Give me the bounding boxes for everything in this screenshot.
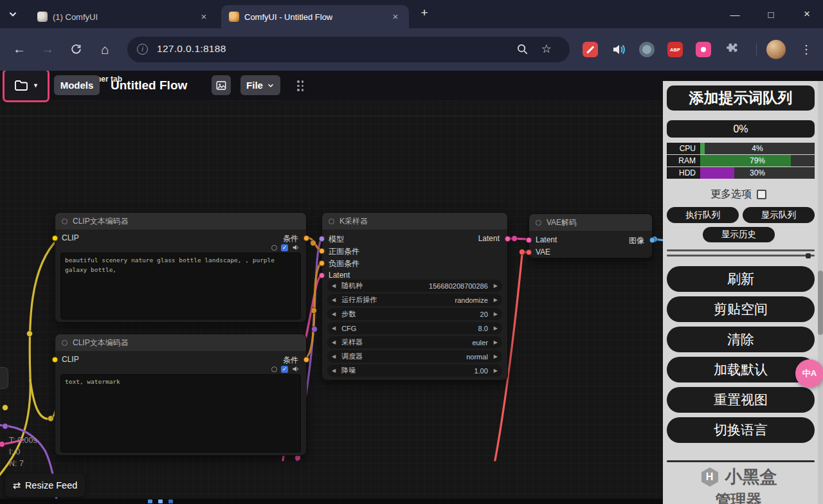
increment-icon[interactable]: ▶ bbox=[494, 308, 498, 320]
new-tab-button[interactable]: + bbox=[417, 6, 432, 20]
browser-tab-2-active[interactable]: ComfyUI - Untitled Flow × bbox=[221, 5, 409, 28]
input-slot-dot[interactable] bbox=[526, 237, 532, 243]
output-slot-dot[interactable] bbox=[303, 357, 309, 363]
node-clip-text-encode-positive[interactable]: CLIP文本编码器 CLIP 条件 ✓ beautiful scenery na… bbox=[55, 212, 307, 323]
collapse-icon[interactable] bbox=[329, 219, 334, 224]
widget-cfg[interactable]: ◀ CFG 8.0 ▶ bbox=[327, 322, 502, 334]
speaker-icon[interactable] bbox=[292, 244, 300, 251]
translate-toggle-badge[interactable]: 中A bbox=[795, 359, 823, 388]
collapse-icon[interactable] bbox=[536, 220, 541, 226]
output-slot-dot[interactable] bbox=[303, 235, 309, 241]
node-header[interactable]: K采样器 bbox=[322, 213, 507, 230]
input-slot-dot[interactable] bbox=[52, 235, 58, 241]
models-button[interactable]: Models bbox=[54, 75, 100, 95]
node-header[interactable]: CLIP文本编码器 bbox=[55, 213, 306, 230]
node-header[interactable]: CLIP文本编码器 bbox=[55, 334, 306, 351]
input-slot-dot[interactable] bbox=[319, 260, 325, 266]
extension-pink-icon[interactable] bbox=[696, 42, 711, 57]
extension-red-icon[interactable] bbox=[583, 42, 598, 57]
output-slot-dot[interactable] bbox=[649, 237, 655, 243]
forward-icon[interactable]: → bbox=[37, 39, 59, 60]
more-options-checkbox[interactable] bbox=[757, 190, 766, 199]
panel-handle[interactable] bbox=[0, 367, 8, 389]
home-icon[interactable]: ⌂ bbox=[94, 39, 116, 60]
widget-steps[interactable]: ◀ 步数 20 ▶ bbox=[327, 308, 502, 320]
browser-menu-icon[interactable]: ⋮ bbox=[800, 42, 813, 57]
input-slot-dot[interactable] bbox=[52, 357, 58, 363]
window-close-button[interactable]: × bbox=[791, 0, 823, 28]
extension-abp-icon[interactable]: ABP bbox=[667, 42, 683, 57]
input-slot-dot[interactable] bbox=[319, 248, 325, 254]
input-slot-dot[interactable] bbox=[526, 249, 532, 255]
widget-denoise[interactable]: ◀ 降噪 1.00 ▶ bbox=[327, 364, 502, 377]
site-info-icon[interactable]: i bbox=[137, 44, 148, 55]
tab-close-icon[interactable]: × bbox=[198, 11, 210, 22]
decrement-icon[interactable]: ◀ bbox=[332, 350, 336, 363]
slider-handle[interactable] bbox=[806, 253, 811, 258]
tab-search-icon[interactable] bbox=[8, 9, 18, 22]
profile-avatar[interactable] bbox=[766, 40, 786, 59]
zoom-icon[interactable] bbox=[516, 43, 529, 58]
bookmark-star-icon[interactable]: ☆ bbox=[541, 42, 552, 56]
increment-icon[interactable]: ▶ bbox=[494, 294, 498, 306]
increment-icon[interactable]: ▶ bbox=[494, 322, 498, 334]
window-maximize-button[interactable]: □ bbox=[755, 0, 787, 28]
file-menu-button[interactable]: File bbox=[240, 75, 280, 95]
switch-locale-button[interactable]: 切换语言 bbox=[667, 417, 815, 443]
widget-sampler[interactable]: ◀ 采样器 euler ▶ bbox=[327, 336, 502, 348]
resize-feed-button[interactable]: ⇄ Resize Feed bbox=[5, 474, 85, 497]
back-icon[interactable]: ← bbox=[8, 39, 30, 60]
node-ksampler[interactable]: K采样器 模型 Latent 正面条件 负面条件 Latent ◀ 随机种 15… bbox=[321, 212, 508, 381]
workflow-image-button[interactable] bbox=[212, 75, 231, 95]
prompt-textarea[interactable]: text, watermark bbox=[60, 374, 301, 453]
increment-icon[interactable]: ▶ bbox=[494, 350, 498, 363]
radio-icon[interactable] bbox=[271, 245, 277, 251]
window-minimize-button[interactable]: — bbox=[719, 0, 751, 28]
extensions-puzzle-icon[interactable] bbox=[725, 42, 741, 57]
input-slot-dot[interactable] bbox=[319, 273, 325, 278]
collapse-icon[interactable] bbox=[62, 340, 68, 346]
node-header[interactable]: VAE解码 bbox=[529, 214, 652, 231]
widget-control-after-generate[interactable]: ◀ 运行后操作 randomize ▶ bbox=[327, 294, 502, 306]
checkbox-icon[interactable]: ✓ bbox=[281, 366, 288, 373]
extension-speaker-icon[interactable] bbox=[611, 42, 626, 57]
load-default-button[interactable]: 加载默认 bbox=[667, 357, 815, 382]
increment-icon[interactable]: ▶ bbox=[494, 280, 498, 292]
output-slot-dot[interactable] bbox=[505, 236, 511, 242]
decrement-icon[interactable]: ◀ bbox=[332, 308, 336, 320]
decrement-icon[interactable]: ◀ bbox=[332, 322, 336, 334]
queue-prompt-button[interactable]: 添加提示词队列 bbox=[667, 86, 815, 111]
graph-canvas[interactable]: CLIP文本编码器 CLIP 条件 ✓ beautiful scenery na… bbox=[0, 100, 663, 499]
node-clip-text-encode-negative[interactable]: CLIP文本编码器 CLIP 条件 ✓ text, watermark bbox=[55, 334, 307, 456]
show-history-button[interactable]: 显示历史 bbox=[703, 227, 775, 242]
clipspace-button[interactable]: 剪贴空间 bbox=[667, 296, 815, 322]
speaker-icon[interactable] bbox=[292, 365, 300, 373]
sidebar-slider[interactable] bbox=[667, 249, 815, 260]
reload-icon[interactable] bbox=[65, 39, 87, 60]
widget-scheduler[interactable]: ◀ 调度器 normal ▶ bbox=[327, 350, 502, 363]
decrement-icon[interactable]: ◀ bbox=[332, 336, 336, 348]
checkbox-icon[interactable]: ✓ bbox=[281, 244, 288, 251]
sidebar-scrollbar-thumb[interactable] bbox=[818, 271, 823, 335]
browser-tab-1[interactable]: (1) ComfyUI × bbox=[30, 5, 217, 28]
widget-seed[interactable]: ◀ 随机种 156680208700286 ▶ bbox=[327, 280, 502, 292]
decrement-icon[interactable]: ◀ bbox=[332, 364, 336, 377]
collapse-icon[interactable] bbox=[62, 219, 68, 224]
clear-button[interactable]: 清除 bbox=[667, 327, 815, 352]
decrement-icon[interactable]: ◀ bbox=[332, 294, 336, 306]
extension-circle-icon[interactable] bbox=[639, 42, 655, 57]
decrement-icon[interactable]: ◀ bbox=[332, 280, 336, 292]
workflow-folder-button[interactable]: ▼ bbox=[3, 69, 50, 102]
reset-view-button[interactable]: 重置视图 bbox=[667, 387, 815, 413]
increment-icon[interactable]: ▶ bbox=[494, 336, 498, 348]
prompt-textarea[interactable]: beautiful scenery nature glass bottle la… bbox=[60, 253, 301, 320]
run-queue-button[interactable]: 执行队列 bbox=[667, 207, 739, 223]
increment-icon[interactable]: ▶ bbox=[494, 364, 498, 377]
radio-icon[interactable] bbox=[271, 366, 277, 372]
show-queue-button[interactable]: 显示队列 bbox=[743, 207, 815, 223]
node-vae-decode[interactable]: VAE解码 Latent 图像 VAE bbox=[529, 213, 653, 258]
refresh-button[interactable]: 刷新 bbox=[667, 266, 815, 292]
address-bar[interactable]: i 127.0.0.1:8188 ☆ bbox=[127, 37, 570, 62]
tab-close-icon[interactable]: × bbox=[390, 11, 401, 22]
grid-handle-icon[interactable] bbox=[297, 80, 308, 91]
